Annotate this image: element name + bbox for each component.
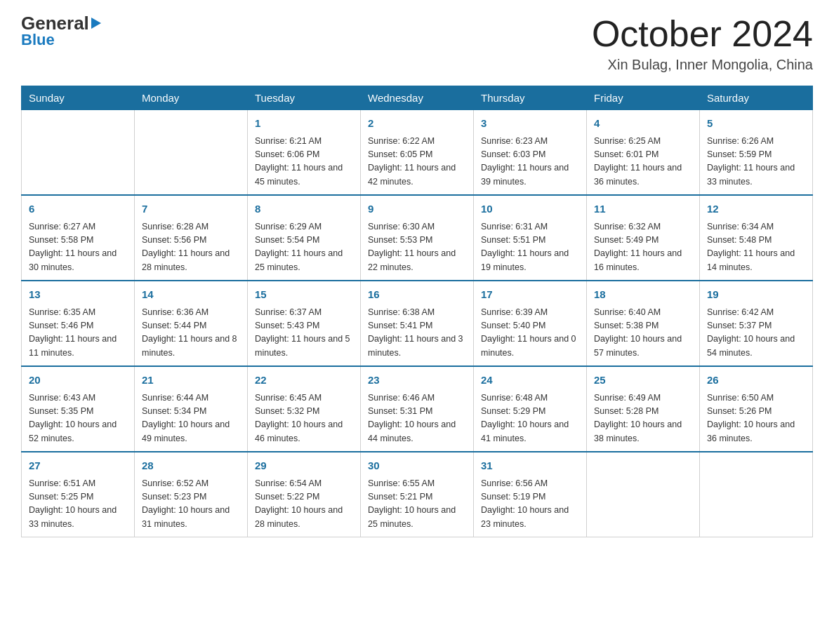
day-number-19: 19 bbox=[707, 287, 805, 303]
day-info-9: Sunrise: 6:30 AM Sunset: 5:53 PM Dayligh… bbox=[368, 220, 466, 275]
calendar-cell-w2-d7: 12Sunrise: 6:34 AM Sunset: 5:48 PM Dayli… bbox=[700, 195, 813, 281]
day-info-19: Sunrise: 6:42 AM Sunset: 5:37 PM Dayligh… bbox=[707, 306, 805, 361]
day-number-6: 6 bbox=[29, 201, 127, 217]
calendar-cell-w3-d2: 14Sunrise: 6:36 AM Sunset: 5:44 PM Dayli… bbox=[135, 281, 248, 366]
calendar-cell-w4-d3: 22Sunrise: 6:45 AM Sunset: 5:32 PM Dayli… bbox=[248, 366, 361, 452]
calendar-cell-w1-d5: 3Sunrise: 6:23 AM Sunset: 6:03 PM Daylig… bbox=[474, 110, 587, 196]
day-number-29: 29 bbox=[255, 458, 353, 474]
calendar-cell-w2-d6: 11Sunrise: 6:32 AM Sunset: 5:49 PM Dayli… bbox=[587, 195, 700, 281]
day-number-1: 1 bbox=[255, 116, 353, 132]
calendar-cell-w3-d3: 15Sunrise: 6:37 AM Sunset: 5:43 PM Dayli… bbox=[248, 281, 361, 366]
day-info-6: Sunrise: 6:27 AM Sunset: 5:58 PM Dayligh… bbox=[29, 220, 127, 275]
header-sunday: Sunday bbox=[22, 86, 135, 110]
calendar-week-3: 13Sunrise: 6:35 AM Sunset: 5:46 PM Dayli… bbox=[22, 281, 813, 366]
day-number-16: 16 bbox=[368, 287, 466, 303]
day-number-4: 4 bbox=[594, 116, 692, 132]
day-info-25: Sunrise: 6:49 AM Sunset: 5:28 PM Dayligh… bbox=[594, 391, 692, 446]
month-title: October 2024 bbox=[592, 14, 813, 54]
day-number-26: 26 bbox=[707, 373, 805, 389]
day-info-15: Sunrise: 6:37 AM Sunset: 5:43 PM Dayligh… bbox=[255, 306, 353, 361]
calendar-cell-w3-d5: 17Sunrise: 6:39 AM Sunset: 5:40 PM Dayli… bbox=[474, 281, 587, 366]
day-number-17: 17 bbox=[481, 287, 579, 303]
calendar-cell-w4-d2: 21Sunrise: 6:44 AM Sunset: 5:34 PM Dayli… bbox=[135, 366, 248, 452]
day-info-11: Sunrise: 6:32 AM Sunset: 5:49 PM Dayligh… bbox=[594, 220, 692, 275]
day-info-23: Sunrise: 6:46 AM Sunset: 5:31 PM Dayligh… bbox=[368, 391, 466, 446]
calendar-cell-w4-d1: 20Sunrise: 6:43 AM Sunset: 5:35 PM Dayli… bbox=[22, 366, 135, 452]
day-number-3: 3 bbox=[481, 116, 579, 132]
calendar-cell-w1-d6: 4Sunrise: 6:25 AM Sunset: 6:01 PM Daylig… bbox=[587, 110, 700, 196]
calendar-week-5: 27Sunrise: 6:51 AM Sunset: 5:25 PM Dayli… bbox=[22, 452, 813, 537]
day-info-17: Sunrise: 6:39 AM Sunset: 5:40 PM Dayligh… bbox=[481, 306, 579, 361]
calendar-cell-w4-d5: 24Sunrise: 6:48 AM Sunset: 5:29 PM Dayli… bbox=[474, 366, 587, 452]
day-number-18: 18 bbox=[594, 287, 692, 303]
calendar-cell-w1-d7: 5Sunrise: 6:26 AM Sunset: 5:59 PM Daylig… bbox=[700, 110, 813, 196]
day-info-12: Sunrise: 6:34 AM Sunset: 5:48 PM Dayligh… bbox=[707, 220, 805, 275]
day-number-15: 15 bbox=[255, 287, 353, 303]
calendar-cell-w1-d1 bbox=[22, 110, 135, 196]
calendar-cell-w5-d2: 28Sunrise: 6:52 AM Sunset: 5:23 PM Dayli… bbox=[135, 452, 248, 537]
calendar-cell-w2-d2: 7Sunrise: 6:28 AM Sunset: 5:56 PM Daylig… bbox=[135, 195, 248, 281]
day-info-1: Sunrise: 6:21 AM Sunset: 6:06 PM Dayligh… bbox=[255, 135, 353, 189]
logo-triangle-icon bbox=[91, 18, 101, 29]
day-info-18: Sunrise: 6:40 AM Sunset: 5:38 PM Dayligh… bbox=[594, 306, 692, 361]
logo-general-text: General bbox=[21, 14, 89, 32]
day-info-22: Sunrise: 6:45 AM Sunset: 5:32 PM Dayligh… bbox=[255, 391, 353, 446]
day-info-16: Sunrise: 6:38 AM Sunset: 5:41 PM Dayligh… bbox=[368, 306, 466, 361]
header-friday: Friday bbox=[587, 86, 700, 110]
calendar-cell-w5-d7 bbox=[700, 452, 813, 537]
calendar-cell-w3-d1: 13Sunrise: 6:35 AM Sunset: 5:46 PM Dayli… bbox=[22, 281, 135, 366]
day-info-2: Sunrise: 6:22 AM Sunset: 6:05 PM Dayligh… bbox=[368, 135, 466, 189]
day-number-23: 23 bbox=[368, 373, 466, 389]
day-number-10: 10 bbox=[481, 201, 579, 217]
day-number-20: 20 bbox=[29, 373, 127, 389]
day-number-7: 7 bbox=[142, 201, 240, 217]
calendar-cell-w5-d3: 29Sunrise: 6:54 AM Sunset: 5:22 PM Dayli… bbox=[248, 452, 361, 537]
calendar-cell-w4-d4: 23Sunrise: 6:46 AM Sunset: 5:31 PM Dayli… bbox=[361, 366, 474, 452]
day-number-11: 11 bbox=[594, 201, 692, 217]
day-number-28: 28 bbox=[142, 458, 240, 474]
day-number-14: 14 bbox=[142, 287, 240, 303]
calendar-week-4: 20Sunrise: 6:43 AM Sunset: 5:35 PM Dayli… bbox=[22, 366, 813, 452]
title-area: October 2024 Xin Bulag, Inner Mongolia, … bbox=[592, 14, 813, 73]
day-info-5: Sunrise: 6:26 AM Sunset: 5:59 PM Dayligh… bbox=[707, 135, 805, 189]
day-number-27: 27 bbox=[29, 458, 127, 474]
calendar-cell-w5-d5: 31Sunrise: 6:56 AM Sunset: 5:19 PM Dayli… bbox=[474, 452, 587, 537]
calendar-cell-w5-d4: 30Sunrise: 6:55 AM Sunset: 5:21 PM Dayli… bbox=[361, 452, 474, 537]
day-info-27: Sunrise: 6:51 AM Sunset: 5:25 PM Dayligh… bbox=[29, 477, 127, 532]
calendar-cell-w4-d6: 25Sunrise: 6:49 AM Sunset: 5:28 PM Dayli… bbox=[587, 366, 700, 452]
calendar-cell-w3-d6: 18Sunrise: 6:40 AM Sunset: 5:38 PM Dayli… bbox=[587, 281, 700, 366]
calendar-cell-w2-d4: 9Sunrise: 6:30 AM Sunset: 5:53 PM Daylig… bbox=[361, 195, 474, 281]
calendar-cell-w1-d2 bbox=[135, 110, 248, 196]
day-number-25: 25 bbox=[594, 373, 692, 389]
logo-area: General Blue bbox=[21, 14, 101, 48]
calendar-cell-w3-d4: 16Sunrise: 6:38 AM Sunset: 5:41 PM Dayli… bbox=[361, 281, 474, 366]
day-info-3: Sunrise: 6:23 AM Sunset: 6:03 PM Dayligh… bbox=[481, 135, 579, 189]
day-info-13: Sunrise: 6:35 AM Sunset: 5:46 PM Dayligh… bbox=[29, 306, 127, 361]
calendar-cell-w5-d1: 27Sunrise: 6:51 AM Sunset: 5:25 PM Dayli… bbox=[22, 452, 135, 537]
day-info-26: Sunrise: 6:50 AM Sunset: 5:26 PM Dayligh… bbox=[707, 391, 805, 446]
day-number-24: 24 bbox=[481, 373, 579, 389]
calendar-cell-w2-d3: 8Sunrise: 6:29 AM Sunset: 5:54 PM Daylig… bbox=[248, 195, 361, 281]
day-info-21: Sunrise: 6:44 AM Sunset: 5:34 PM Dayligh… bbox=[142, 391, 240, 446]
header-thursday: Thursday bbox=[474, 86, 587, 110]
day-info-29: Sunrise: 6:54 AM Sunset: 5:22 PM Dayligh… bbox=[255, 477, 353, 532]
day-info-7: Sunrise: 6:28 AM Sunset: 5:56 PM Dayligh… bbox=[142, 220, 240, 275]
day-info-4: Sunrise: 6:25 AM Sunset: 6:01 PM Dayligh… bbox=[594, 135, 692, 189]
day-number-31: 31 bbox=[481, 458, 579, 474]
calendar-week-1: 1Sunrise: 6:21 AM Sunset: 6:06 PM Daylig… bbox=[22, 110, 813, 196]
day-number-30: 30 bbox=[368, 458, 466, 474]
day-info-10: Sunrise: 6:31 AM Sunset: 5:51 PM Dayligh… bbox=[481, 220, 579, 275]
calendar-week-2: 6Sunrise: 6:27 AM Sunset: 5:58 PM Daylig… bbox=[22, 195, 813, 281]
day-number-13: 13 bbox=[29, 287, 127, 303]
day-number-5: 5 bbox=[707, 116, 805, 132]
header-saturday: Saturday bbox=[700, 86, 813, 110]
day-number-9: 9 bbox=[368, 201, 466, 217]
day-number-12: 12 bbox=[707, 201, 805, 217]
day-info-30: Sunrise: 6:55 AM Sunset: 5:21 PM Dayligh… bbox=[368, 477, 466, 532]
day-number-22: 22 bbox=[255, 373, 353, 389]
calendar-cell-w4-d7: 26Sunrise: 6:50 AM Sunset: 5:26 PM Dayli… bbox=[700, 366, 813, 452]
day-info-24: Sunrise: 6:48 AM Sunset: 5:29 PM Dayligh… bbox=[481, 391, 579, 446]
calendar-cell-w1-d3: 1Sunrise: 6:21 AM Sunset: 6:06 PM Daylig… bbox=[248, 110, 361, 196]
location-title: Xin Bulag, Inner Mongolia, China bbox=[592, 57, 813, 73]
logo-blue-text: Blue bbox=[21, 32, 101, 48]
